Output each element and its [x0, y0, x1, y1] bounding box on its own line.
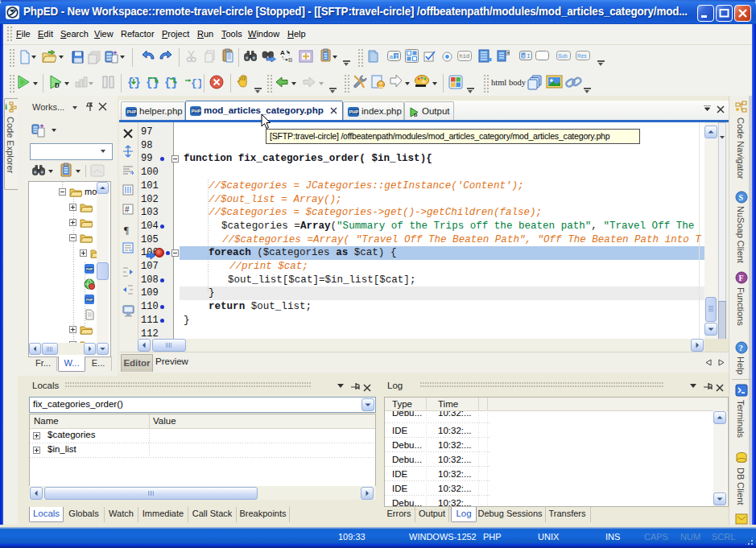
svg-text:F: F [739, 274, 744, 282]
svg-text:i: i [5, 101, 7, 111]
svg-text:PHP: PHP [86, 298, 93, 302]
svg-text:a: a [390, 53, 394, 60]
svg-text:#: # [125, 205, 130, 214]
svg-text:B: B [288, 56, 292, 64]
svg-text:Sub: Sub [558, 53, 568, 59]
svg-text:Res: Res [577, 53, 587, 59]
svg-text:I: I [527, 52, 531, 60]
svg-text:D: D [414, 113, 418, 117]
svg-text:PHP: PHP [86, 267, 93, 271]
svg-text:D: D [55, 82, 60, 89]
svg-text:I: I [395, 53, 399, 60]
svg-text:?: ? [739, 343, 744, 352]
svg-text:S: S [739, 193, 744, 202]
svg-text:A: A [280, 49, 285, 56]
svg-text:{}: {} [191, 77, 201, 89]
svg-text:¶: ¶ [124, 224, 129, 236]
svg-text:x: x [522, 53, 525, 60]
svg-text:hid: hid [460, 53, 470, 60]
